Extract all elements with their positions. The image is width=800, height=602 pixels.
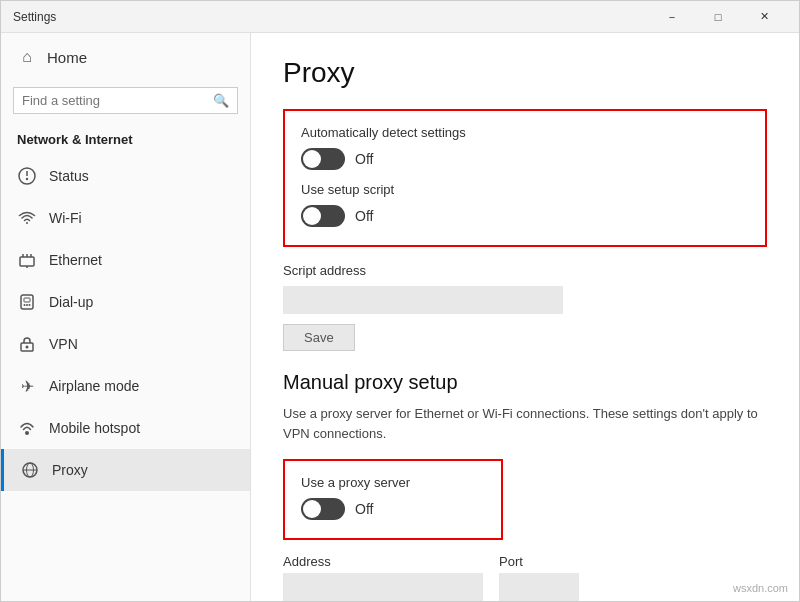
maximize-button[interactable]: □ (695, 1, 741, 33)
sidebar-item-vpn[interactable]: VPN (1, 323, 250, 365)
status-icon (17, 166, 37, 186)
sidebar-item-airplane[interactable]: ✈ Airplane mode (1, 365, 250, 407)
svg-point-12 (29, 304, 31, 306)
setup-script-toggle-row: Off (301, 205, 749, 227)
use-proxy-toggle-row: Off (301, 498, 485, 520)
titlebar-title: Settings (13, 10, 56, 24)
sidebar-label-status: Status (49, 168, 89, 184)
manual-description: Use a proxy server for Ethernet or Wi-Fi… (283, 404, 763, 443)
manual-section-title: Manual proxy setup (283, 371, 767, 394)
svg-rect-9 (24, 298, 30, 302)
sidebar-item-status[interactable]: Status (1, 155, 250, 197)
address-input[interactable] (283, 573, 483, 601)
settings-window: Settings − □ ✕ ⌂ Home 🔍 Network & Intern… (0, 0, 800, 602)
search-icon: 🔍 (213, 93, 229, 108)
airplane-icon: ✈ (17, 376, 37, 396)
sidebar-label-proxy: Proxy (52, 462, 88, 478)
sidebar-item-wifi[interactable]: Wi-Fi (1, 197, 250, 239)
port-field-group: Port (499, 554, 579, 601)
page-title: Proxy (283, 57, 767, 89)
home-icon: ⌂ (17, 47, 37, 67)
content-area: ⌂ Home 🔍 Network & Internet Status (1, 33, 799, 601)
svg-point-14 (26, 346, 29, 349)
search-input[interactable] (22, 93, 207, 108)
setup-script-toggle-text: Off (355, 208, 373, 224)
script-address-input[interactable] (283, 286, 563, 314)
search-box: 🔍 (13, 87, 238, 114)
address-field-group: Address (283, 554, 483, 601)
use-proxy-section: Use a proxy server Off (283, 459, 503, 540)
minimize-button[interactable]: − (649, 1, 695, 33)
sidebar-item-hotspot[interactable]: Mobile hotspot (1, 407, 250, 449)
vpn-icon (17, 334, 37, 354)
dialup-icon (17, 292, 37, 312)
auto-detect-toggle[interactable] (301, 148, 345, 170)
auto-detect-toggle-row: Off (301, 148, 749, 170)
proxy-icon (20, 460, 40, 480)
port-input[interactable] (499, 573, 579, 601)
sidebar-home[interactable]: ⌂ Home (1, 33, 250, 81)
sidebar-item-dialup[interactable]: Dial-up (1, 281, 250, 323)
close-button[interactable]: ✕ (741, 1, 787, 33)
save-button[interactable]: Save (283, 324, 355, 351)
sidebar-label-vpn: VPN (49, 336, 78, 352)
svg-rect-3 (20, 257, 34, 266)
main-panel: Proxy Automatically detect settings Off … (251, 33, 799, 601)
setup-script-label: Use setup script (301, 182, 749, 197)
titlebar: Settings − □ ✕ (1, 1, 799, 33)
hotspot-icon (17, 418, 37, 438)
sidebar-label-airplane: Airplane mode (49, 378, 139, 394)
svg-point-11 (26, 304, 28, 306)
auto-proxy-section: Automatically detect settings Off Use se… (283, 109, 767, 247)
setup-script-toggle[interactable] (301, 205, 345, 227)
sidebar-section-label: Network & Internet (1, 126, 250, 155)
wifi-icon (17, 208, 37, 228)
address-port-row: Address Port (283, 554, 767, 601)
svg-point-10 (24, 304, 26, 306)
sidebar-item-proxy[interactable]: Proxy (1, 449, 250, 491)
address-label: Address (283, 554, 483, 569)
ethernet-icon (17, 250, 37, 270)
sidebar: ⌂ Home 🔍 Network & Internet Status (1, 33, 251, 601)
auto-detect-label: Automatically detect settings (301, 125, 749, 140)
titlebar-buttons: − □ ✕ (649, 1, 787, 33)
script-address-label: Script address (283, 263, 767, 278)
use-proxy-toggle-text: Off (355, 501, 373, 517)
use-proxy-label: Use a proxy server (301, 475, 485, 490)
port-label: Port (499, 554, 579, 569)
auto-detect-toggle-text: Off (355, 151, 373, 167)
sidebar-label-wifi: Wi-Fi (49, 210, 82, 226)
home-label: Home (47, 49, 87, 66)
svg-point-15 (25, 431, 29, 435)
sidebar-label-dialup: Dial-up (49, 294, 93, 310)
sidebar-item-ethernet[interactable]: Ethernet (1, 239, 250, 281)
svg-point-2 (26, 178, 28, 180)
use-proxy-toggle[interactable] (301, 498, 345, 520)
sidebar-label-ethernet: Ethernet (49, 252, 102, 268)
sidebar-label-hotspot: Mobile hotspot (49, 420, 140, 436)
